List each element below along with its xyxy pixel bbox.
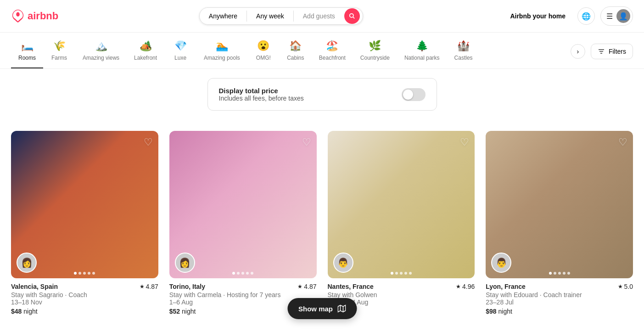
category-item-lakefront[interactable]: 🏕️ Lakefront (127, 40, 164, 68)
listing-rating: ★ 4.87 (140, 283, 158, 290)
image-dot (404, 272, 407, 275)
avatar: 👤 (616, 9, 630, 23)
category-item-amazing-views[interactable]: 🏔️ Amazing views (75, 40, 127, 68)
menu-icon: ☰ (606, 12, 613, 21)
any-week-button[interactable]: Any week (247, 8, 293, 24)
category-nav: 🛏️ Rooms🌾 Farms🏔️ Amazing views🏕️ Lakefr… (0, 33, 644, 69)
svg-point-1 (350, 14, 353, 17)
rating-value: 5.0 (624, 283, 633, 290)
rating-value: 4.87 (304, 283, 316, 290)
logo[interactable]: airbnb (11, 9, 58, 23)
category-label: Amazing pools (204, 55, 240, 61)
image-dot (246, 272, 249, 275)
host-avatar: 👩 (17, 253, 37, 273)
user-menu[interactable]: ☰ 👤 (600, 6, 633, 26)
price-toggle-sublabel: Includes all fees, before taxes (219, 95, 304, 102)
header: airbnb Anywhere Any week Add guests Airb… (0, 0, 644, 33)
price-toggle-switch[interactable] (402, 88, 426, 101)
category-item-omg[interactable]: 😮 OMG! (247, 40, 280, 68)
listing-image: ♡ 👩 (11, 131, 158, 278)
image-dot (88, 272, 90, 275)
star-icon: ★ (456, 283, 461, 290)
image-dot (74, 272, 77, 275)
listing-location: Lyon, France (486, 283, 526, 290)
airbnb-home-button[interactable]: Airbnb your home (504, 8, 572, 24)
listing-card[interactable]: ♡ 👩 Valencia, Spain ★ 4.87 Stay with Sag… (11, 131, 158, 315)
nav-right: › Filters (571, 44, 633, 65)
image-dot (558, 272, 561, 275)
image-dot (400, 272, 403, 275)
search-button[interactable] (344, 8, 360, 24)
listing-info: Lyon, France ★ 5.0 Stay with Edouard · C… (486, 278, 633, 315)
listing-host: Stay with Sagrario · Coach (11, 291, 158, 298)
globe-icon[interactable]: 🌐 (577, 7, 595, 25)
category-label: Luxe (174, 55, 186, 61)
category-icon: 🏕️ (140, 40, 152, 52)
anywhere-button[interactable]: Anywhere (200, 8, 246, 24)
image-dot (251, 272, 253, 275)
category-item-beachfront[interactable]: 🏖️ Beachfront (312, 40, 353, 68)
listing-location: Nantes, France (328, 283, 374, 290)
svg-point-0 (16, 12, 20, 17)
listing-rating: ★ 4.96 (456, 283, 475, 290)
price-toggle-banner: Display total price Includes all fees, b… (207, 78, 437, 111)
category-item-rooms[interactable]: 🛏️ Rooms (11, 40, 43, 68)
star-icon: ★ (140, 283, 145, 290)
listing-card[interactable]: ♡ 👨 Nantes, France ★ 4.96 Stay with Golw… (328, 131, 475, 315)
category-item-farms[interactable]: 🌾 Farms (43, 40, 75, 68)
category-label: Castles (454, 55, 473, 61)
category-item-countryside[interactable]: 🌿 Countryside (353, 40, 397, 68)
listing-location: Torino, Italy (169, 283, 205, 290)
image-dot (232, 272, 235, 275)
category-icon: 🏰 (457, 40, 470, 52)
listing-host: Stay with Golwen (328, 291, 475, 298)
svg-line-2 (353, 17, 354, 18)
listing-rating: ★ 5.0 (618, 283, 633, 290)
category-item-amazing-pools[interactable]: 🏊 Amazing pools (196, 40, 247, 68)
category-label: National parks (404, 55, 440, 61)
show-map-label: Show map (298, 305, 333, 313)
show-map-button[interactable]: Show map (287, 298, 357, 319)
wishlist-button[interactable]: ♡ (144, 136, 153, 148)
svg-marker-6 (338, 305, 346, 312)
category-label: Amazing views (83, 55, 119, 61)
search-bar[interactable]: Anywhere Any week Add guests (199, 7, 363, 25)
image-dot (78, 272, 81, 275)
wishlist-button[interactable]: ♡ (302, 136, 311, 148)
category-item-cabins[interactable]: 🏠 Cabins (280, 40, 312, 68)
add-guests-button[interactable]: Add guests (294, 8, 344, 24)
listing-card[interactable]: ♡ 👩 Torino, Italy ★ 4.87 Stay with Carme… (169, 131, 317, 315)
listing-price: $98 night (486, 308, 633, 315)
image-dot (554, 272, 556, 275)
category-icon: 🌾 (53, 40, 66, 52)
category-icon: 😮 (257, 40, 269, 52)
category-item-castles[interactable]: 🏰 Castles (447, 40, 480, 68)
category-icon: 🏔️ (95, 40, 107, 52)
listing-image: ♡ 👩 (169, 131, 317, 278)
price-toggle-label: Display total price (219, 87, 304, 95)
category-icon: 🌿 (369, 40, 381, 52)
listing-dates: 23–28 Jul (486, 298, 633, 306)
wishlist-button[interactable]: ♡ (460, 136, 469, 148)
category-item-luxe[interactable]: 💎 Luxe (164, 40, 196, 68)
category-label: OMG! (256, 55, 271, 61)
wishlist-button[interactable]: ♡ (618, 136, 627, 148)
image-dot (391, 272, 393, 275)
category-label: Countryside (360, 55, 390, 61)
listing-dates: 13–18 Nov (11, 298, 158, 306)
image-dot (409, 272, 412, 275)
rating-value: 4.87 (146, 283, 158, 290)
category-label: Lakefront (134, 55, 157, 61)
nav-arrow-button[interactable]: › (571, 44, 585, 59)
rating-value: 4.96 (462, 283, 475, 290)
listing-location: Valencia, Spain (11, 283, 58, 290)
category-item-national-parks[interactable]: 🌲 National parks (397, 40, 447, 68)
listing-host: Stay with Carmela · Hosting for 7 years (169, 291, 317, 298)
listing-price: $48 night (11, 308, 158, 315)
image-dot (83, 272, 86, 275)
listing-card[interactable]: ♡ 👨 Lyon, France ★ 5.0 Stay with Edouard… (486, 131, 633, 315)
logo-text: airbnb (28, 10, 58, 22)
listing-info: Valencia, Spain ★ 4.87 Stay with Sagrari… (11, 278, 158, 315)
header-right: Airbnb your home 🌐 ☰ 👤 (504, 6, 633, 26)
filters-button[interactable]: Filters (591, 44, 633, 59)
